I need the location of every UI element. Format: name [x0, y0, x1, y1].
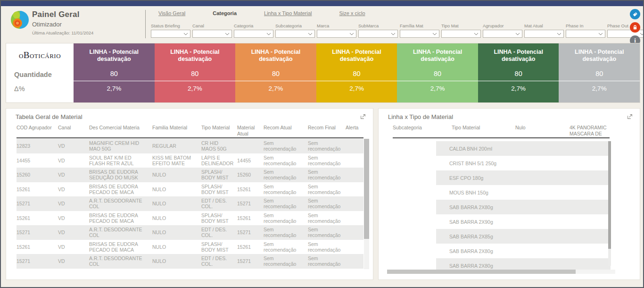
table-row[interactable]: SAB BARRA 2X80g: [436, 244, 611, 258]
column-header[interactable]: Alerta: [346, 125, 363, 137]
panel-title: Linha x Tipo de Material: [388, 113, 453, 120]
kpi-quantity-value: 80: [155, 70, 236, 77]
canal-dropdown[interactable]: [192, 30, 232, 38]
column-header[interactable]: Nulo: [515, 125, 570, 137]
filter-phase-in: Phase In: [566, 23, 605, 38]
vertical-scrollbar[interactable]: [608, 141, 611, 266]
column-header[interactable]: Material Atual: [237, 125, 264, 137]
table-row[interactable]: ESF CPO 180g: [436, 170, 611, 185]
table-row[interactable]: 15271VDA.R.T. DESODORANTE COLNULOEDT / D…: [17, 196, 363, 211]
kpi-column[interactable]: LINHA - Potencial desativação 80 2,7%: [478, 43, 559, 102]
status-briefing-dropdown[interactable]: [151, 30, 190, 38]
phase-in-dropdown[interactable]: [566, 30, 605, 38]
chevron-down-icon: [225, 33, 230, 35]
filter-status-briefing: Status Briefing: [151, 23, 190, 38]
table-row[interactable]: SAB BARRA 2X90g: [436, 214, 611, 229]
chevron-down-icon: [183, 33, 188, 35]
scrollbar-thumb[interactable]: [608, 141, 611, 249]
table-row[interactable]: 15261VDBRISAS DE EUDORA PECADO DE MACANU…: [17, 182, 363, 197]
expand-icon: [360, 113, 366, 120]
kpi-delta-value: 2,7%: [74, 85, 155, 92]
kpi-column[interactable]: LINHA - Potencial desativação 80 2,7%: [397, 43, 478, 102]
table-row[interactable]: 15261VDBRISAS DE EUDORA PECADO DE MACANU…: [17, 211, 363, 226]
table-row[interactable]: SAB BARRA 2X80g: [436, 200, 611, 214]
tab-size-x-ciclo[interactable]: Size x ciclo: [339, 10, 365, 16]
column-header[interactable]: Canal: [58, 125, 89, 137]
table-header-row: Subcategoria Tipo Material Nulo 4K PANOR…: [393, 125, 610, 137]
clear-filters-button[interactable]: [630, 9, 640, 19]
subcategoria-dropdown[interactable]: [275, 30, 315, 38]
table-row[interactable]: SAB BARRA 2X85g: [436, 229, 611, 244]
scrollbar-thumb[interactable]: [387, 270, 576, 274]
categoria-dropdown[interactable]: [234, 30, 273, 38]
expand-button[interactable]: [627, 113, 633, 120]
filter-familia-mat: Família Mat: [400, 23, 439, 38]
table-row[interactable]: 15271VDA.R.T. DESODORANTE COLNULOEDT / D…: [17, 254, 363, 269]
kpi-delta-value: 2,7%: [478, 85, 559, 92]
nav-tabs: Visão Geral Categoria Linha x Tipo Mater…: [158, 10, 365, 16]
table-row[interactable]: CALDA BNH 200ml: [436, 141, 611, 156]
lock-button[interactable]: [630, 22, 640, 33]
column-header[interactable]: COD Agrupador: [17, 125, 58, 137]
kpi-column[interactable]: LINHA - Potencial desativação 80 2,7%: [155, 43, 236, 102]
column-header[interactable]: 4K PANORAMIC MASCARA DE: [570, 125, 610, 137]
kpi-column[interactable]: LINHA - Potencial desativação 80 2,7%: [235, 43, 316, 102]
kpi-delta-value: 2,7%: [316, 85, 397, 92]
chevron-down-icon: [598, 33, 603, 35]
column-header[interactable]: Des Comercial Materia: [89, 125, 152, 137]
table-row[interactable]: 15260VDBRISAS DE EUDORA SEDUÇÃO DO MUSKN…: [17, 168, 363, 182]
kpi-divider: [235, 81, 316, 81]
kpi-band: oBoticário Quantidade Δ% LINHA - Potenci…: [6, 43, 640, 103]
table-row[interactable]: MOUS BNH 150g: [436, 185, 611, 200]
agrupador-dropdown[interactable]: [483, 30, 522, 38]
kpi-column[interactable]: LINHA - Potencial desativação 80 2,7%: [316, 43, 397, 102]
column-header[interactable]: Tipo Material: [201, 125, 237, 137]
marca-dropdown[interactable]: [317, 30, 356, 38]
column-header[interactable]: Familia Material: [152, 125, 201, 137]
table-row[interactable]: 14455VDSOUL BAT K/M ED FLASH RETR AZULKI…: [17, 153, 363, 168]
chevron-down-icon: [432, 33, 437, 35]
kpi-column-title: LINHA - Potencial desativação: [162, 43, 228, 63]
kpi-delta-value: 2,7%: [235, 85, 316, 92]
filter-submarca: SubMarca: [358, 23, 398, 38]
kpi-divider: [478, 81, 559, 81]
table-row[interactable]: 15271VDA.R.T. DESODORANTE COLNULOEDT / D…: [17, 225, 363, 240]
submarca-dropdown[interactable]: [358, 30, 398, 38]
header-underline: [17, 137, 363, 138]
kpi-delta-value: 2,7%: [559, 85, 640, 92]
expand-button[interactable]: [360, 113, 366, 120]
kpi-column[interactable]: LINHA - Potencial desativação 80 2,7%: [74, 43, 155, 102]
kpi-divider: [397, 81, 478, 81]
tab-visao-geral[interactable]: Visão Geral: [158, 10, 185, 16]
filter-bar: Status Briefing Canal Categoria Subcateg…: [151, 23, 644, 38]
kpi-quantity-row-label: Quantidade: [14, 71, 52, 78]
scrollbar-thumb[interactable]: [364, 139, 369, 239]
vertical-scrollbar[interactable]: [364, 139, 369, 269]
kpi-quantity-value: 80: [74, 70, 155, 77]
table-row[interactable]: 12823VDMAGNIFIC CREM HID MAO 50GREGULARC…: [17, 139, 363, 153]
mat-atual-dropdown[interactable]: [524, 30, 564, 38]
tipo-mat-dropdown[interactable]: [441, 30, 481, 38]
table-row[interactable]: CRIST BNH 5/1 250g: [436, 156, 611, 170]
tab-linha-x-tipo-material[interactable]: Linha x Tipo Material: [264, 10, 312, 16]
table-row[interactable]: 15261VDBRISAS DE EUDORA PECADO DE MACANU…: [17, 240, 363, 254]
kpi-quantity-value: 80: [478, 70, 559, 77]
column-header[interactable]: Tipo Material: [452, 125, 515, 137]
header-underline: [393, 137, 610, 138]
familia-mat-dropdown[interactable]: [400, 30, 439, 38]
kpi-column[interactable]: LINHA - Potencial desativação 80 2,7%: [559, 43, 640, 102]
filter-marca: Marca: [317, 23, 356, 38]
brand-wordmark: oBoticário: [6, 50, 74, 60]
column-header[interactable]: Recom Final: [308, 125, 346, 137]
filter-mat-atual: Mat Atual: [524, 23, 564, 38]
table-body: CALDA BNH 200ml CRIST BNH 5/1 250g ESF C…: [436, 141, 611, 273]
chevron-down-icon: [474, 33, 479, 35]
column-header[interactable]: Subcategoria: [393, 125, 452, 137]
kpi-column-title: LINHA - Potencial desativação: [81, 43, 147, 63]
linha-x-tipo-panel: Linha x Tipo de Material Subcategoria Ti…: [378, 108, 640, 280]
tab-categoria[interactable]: Categoria: [213, 10, 237, 16]
kpi-quantity-value: 80: [235, 70, 316, 77]
chevron-down-icon: [557, 33, 561, 35]
column-header[interactable]: Recom Atual: [264, 125, 308, 137]
horizontal-scrollbar[interactable]: [387, 270, 615, 274]
